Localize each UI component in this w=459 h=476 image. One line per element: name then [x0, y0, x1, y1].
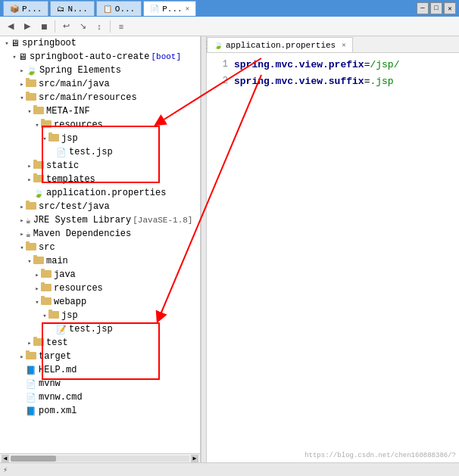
code-content-2: spring.mvc.view.suffix=.jsp [234, 76, 394, 87]
editor-content: 1 spring.mvc.view.prefix=/jsp/ 2 spring.… [207, 53, 459, 462]
minimize-button[interactable]: — [417, 2, 429, 14]
editor-tab-close[interactable]: ✕ [342, 41, 345, 49]
tree-label-templates: templates [46, 174, 95, 185]
arrow-jre [18, 216, 26, 225]
editor-tab-icon: 🍃 [214, 41, 223, 50]
folder-icon-stj [26, 201, 36, 213]
editor-tab-app-props[interactable]: 🍃 application.properties ✕ [207, 37, 353, 52]
editor-tab-label: application.properties [226, 41, 336, 50]
tree-item-jsp-2[interactable]: jsp [0, 309, 200, 322]
folder-icon-java [41, 269, 52, 281]
scrollbar-right-btn[interactable]: ▶ [191, 455, 198, 462]
panel-divider[interactable]: ⋮ [201, 36, 207, 462]
tree-item-templates[interactable]: templates [0, 173, 200, 186]
toolbar-sep-2 [110, 20, 111, 33]
arrow-main [26, 257, 33, 266]
tab-close-icon[interactable]: ✕ [186, 5, 189, 13]
navigate-button[interactable]: ↘ [75, 19, 90, 34]
folder-icon-smr [26, 92, 36, 104]
tab-navigator[interactable]: 🗂 N... [50, 1, 94, 16]
tree-label-jsp2: jsp [61, 310, 78, 321]
tree-badge-jre: [JavaSE-1.8] [133, 216, 192, 225]
svg-rect-30 [33, 337, 37, 339]
svg-rect-29 [33, 338, 44, 346]
arrow-webapp [33, 298, 41, 306]
arrow-test [26, 339, 33, 347]
tree-label-test-jsp-1: test.jsp [69, 147, 113, 157]
svg-rect-24 [41, 282, 45, 285]
file-icon-app-props: 🍃 [33, 188, 44, 198]
back-button[interactable]: ◀ [3, 19, 18, 34]
tree-item-src-main-java[interactable]: src/main/java [0, 77, 200, 91]
spring-icon: 🍃 [26, 65, 37, 76]
title-bar: 📦 P... 🗂 N... 📋 O... 📄 P... ✕ — □ ✕ [0, 0, 459, 17]
svg-rect-4 [26, 92, 30, 94]
forward-button[interactable]: ▶ [20, 19, 35, 34]
tree-item-src-main-resources[interactable]: src/main/resources [0, 91, 200, 104]
tab-outline[interactable]: 📋 O... [96, 1, 142, 16]
code-value-2: .jsp [370, 76, 393, 87]
tree-item-app-props[interactable]: 🍃 application.properties [0, 186, 200, 200]
scrollbar-thumb[interactable] [11, 456, 56, 462]
tree-label-res2: resources [54, 283, 103, 294]
folder-icon-target [26, 350, 36, 362]
tree-scrollbar[interactable]: ◀ ▶ [0, 453, 200, 462]
tree-item-maven-deps[interactable]: ☕ Maven Dependencies [0, 227, 200, 241]
tree-item-static[interactable]: static [0, 159, 200, 173]
svg-rect-9 [48, 134, 59, 142]
tree-item-resources-2[interactable]: resources [0, 282, 200, 295]
editor-panel: 🍃 application.properties ✕ 1 [207, 36, 459, 462]
tree-label-target: target [39, 351, 71, 362]
tree-item-resources[interactable]: resources [0, 118, 200, 132]
tree-item-test-jsp-1[interactable]: 📄 test.jsp [0, 145, 200, 159]
svg-rect-7 [41, 120, 52, 128]
tree-item-src-test-java[interactable]: src/test/java [0, 200, 200, 213]
svg-rect-28 [48, 310, 52, 312]
tree-item-jre[interactable]: ☕ JRE System Library [JavaSE-1.8] [0, 213, 200, 227]
scrollbar-left-btn[interactable]: ◀ [2, 455, 9, 462]
arrow-maven [18, 230, 26, 238]
code-key-1: spring.mvc.view.prefix [234, 59, 364, 70]
tree-item-webapp[interactable]: webapp [0, 295, 200, 309]
maximize-button[interactable]: □ [430, 2, 442, 14]
svg-rect-27 [48, 311, 59, 319]
tab-label-p: P... [22, 5, 42, 14]
tree-item-springboot[interactable]: 🖥 springboot [0, 36, 200, 50]
tree-label-pom: pom.xml [39, 406, 76, 416]
tree-item-test[interactable]: test [0, 336, 200, 350]
svg-rect-32 [26, 350, 30, 353]
tree-item-main[interactable]: main [0, 254, 200, 268]
tree-label-stj: src/test/java [39, 201, 110, 212]
refresh-button[interactable]: ↩ [58, 19, 73, 34]
tree-item-meta-inf[interactable]: META-INF [0, 104, 200, 118]
tree-item-java[interactable]: java [0, 268, 200, 282]
tree-item-test-jsp-2[interactable]: 📝 test.jsp [0, 322, 200, 336]
tab-package-explorer[interactable]: 📦 P... [3, 1, 48, 16]
jre-icon: ☕ [26, 216, 31, 226]
svg-rect-18 [26, 241, 30, 244]
stop-button[interactable]: ⏹ [36, 19, 52, 34]
tab-properties[interactable]: 📄 P... ✕ [143, 1, 196, 16]
collapse-button[interactable]: ↕ [92, 19, 107, 34]
close-button[interactable]: ✕ [444, 2, 456, 14]
menu-button[interactable]: ≡ [114, 19, 129, 34]
tree-label-auto: springboot-auto-create [30, 51, 149, 62]
arrow-meta [26, 107, 33, 116]
tree-item-spring-elements[interactable]: 🍃 Spring Elements [0, 64, 200, 77]
tree-item-springboot-auto[interactable]: 🖥 springboot-auto-create [boot] [0, 50, 200, 64]
tree-item-help-md[interactable]: 📘 HELP.md [0, 363, 200, 377]
tree-item-mvnw[interactable]: 📄 mvnw [0, 377, 200, 390]
tree-item-target[interactable]: target [0, 350, 200, 363]
arrow-res [33, 121, 41, 129]
tree-item-mvnw-cmd[interactable]: 📄 mvnw.cmd [0, 390, 200, 404]
tree-item-src[interactable]: src [0, 241, 200, 254]
tree-item-pom[interactable]: 📘 pom.xml [0, 404, 200, 418]
svg-rect-8 [41, 119, 45, 121]
watermark: https://blog.csdn.net/chen160888386/? [304, 452, 456, 459]
scrollbar-track[interactable] [11, 456, 189, 462]
tree-label-static: static [46, 160, 79, 171]
tree-label-mvnw: mvnw [39, 378, 61, 389]
tree-label-smr: src/main/resources [39, 92, 137, 103]
tree-item-jsp-1[interactable]: jsp [0, 132, 200, 145]
arrow-target [18, 353, 26, 361]
